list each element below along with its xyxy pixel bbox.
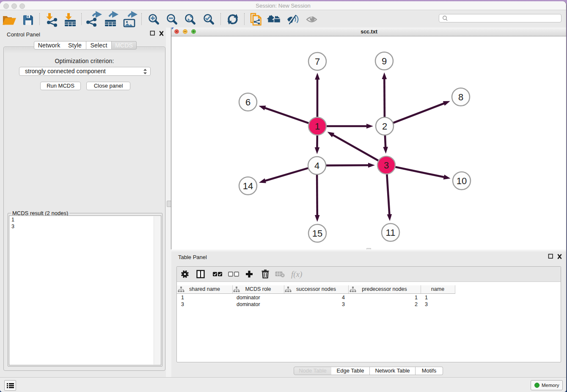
svg-text:4: 4 [314,160,319,171]
svg-text:1: 1 [315,121,320,132]
svg-text:7: 7 [315,56,320,67]
svg-text:Memory: Memory [542,383,559,388]
svg-text:11: 11 [386,227,396,238]
svg-text:8: 8 [458,92,463,102]
svg-text:2: 2 [382,121,387,132]
svg-text:9: 9 [382,56,387,66]
svg-text:6: 6 [245,97,250,108]
svg-text:14: 14 [243,181,253,191]
svg-text:f(x): f(x) [291,270,302,279]
svg-text:3: 3 [384,160,389,171]
svg-text:15: 15 [312,228,322,239]
svg-text:10: 10 [457,176,467,186]
